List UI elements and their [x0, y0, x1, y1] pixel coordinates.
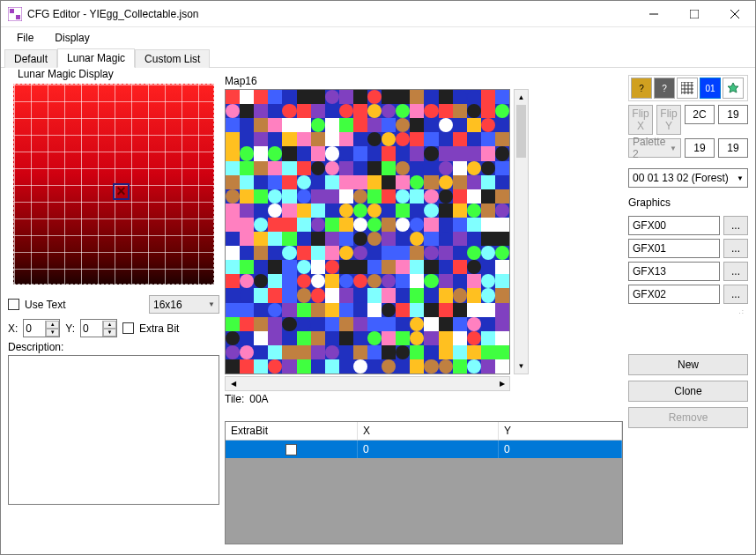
- scroll-up-icon[interactable]: ▲: [515, 90, 528, 105]
- svg-marker-7: [728, 83, 738, 92]
- map16-canvas[interactable]: [225, 89, 510, 374]
- row-x-cell[interactable]: 0: [358, 440, 499, 458]
- col-x[interactable]: X: [358, 422, 499, 440]
- spin-up-icon[interactable]: ▲: [103, 321, 116, 329]
- chevron-down-icon: ▼: [737, 174, 744, 182]
- gfx0-browse[interactable]: ...: [723, 216, 748, 235]
- grid-icon: [681, 82, 693, 94]
- menu-display[interactable]: Display: [46, 29, 98, 47]
- menu-file[interactable]: File: [8, 29, 42, 47]
- table-row[interactable]: 0 0: [226, 440, 622, 458]
- lm-display-group: Lunar Magic Display ×: [8, 75, 219, 290]
- extra-bit-checkbox[interactable]: [122, 322, 134, 334]
- y-stepper[interactable]: ▲▼: [80, 319, 117, 337]
- val-4[interactable]: 19: [718, 138, 748, 158]
- maximize-button[interactable]: [674, 1, 715, 26]
- tab-lunar-magic[interactable]: Lunar Magic: [57, 48, 135, 68]
- palette-combo[interactable]: Palette 2 ▼: [628, 138, 681, 158]
- lm-display-canvas[interactable]: ×: [13, 84, 214, 285]
- close-button[interactable]: [715, 1, 755, 26]
- flip-y-button[interactable]: Flip Y: [656, 105, 681, 135]
- window-title: CFG Editor - YIEgg_Collectable.json: [27, 8, 634, 20]
- val-3[interactable]: 19: [685, 138, 715, 158]
- extra-bit-label: Extra Bit: [139, 322, 179, 335]
- toolbtn-01[interactable]: 01: [700, 78, 721, 99]
- val-1[interactable]: 2C: [685, 105, 715, 124]
- x-label: X:: [8, 322, 18, 335]
- graphics-label: Graphics: [628, 196, 748, 209]
- tileset-value: 00 01 13 02 (Forest): [633, 172, 729, 184]
- menubar: File Display: [1, 27, 755, 48]
- toolbtn-star[interactable]: [723, 78, 744, 99]
- col-extrabit[interactable]: ExtraBit: [226, 422, 358, 440]
- star-icon: [727, 82, 739, 94]
- palette-value: Palette 2: [633, 136, 670, 160]
- chevron-down-icon: ▼: [208, 300, 215, 308]
- size-select[interactable]: 16x16 ▼: [149, 295, 219, 314]
- minimize-button[interactable]: [634, 1, 674, 26]
- tab-default[interactable]: Default: [4, 49, 57, 68]
- map16-scrollbar-h[interactable]: ◀ ▶: [225, 376, 510, 391]
- position-table: ExtraBit X Y 0 0: [225, 421, 623, 544]
- description-textarea[interactable]: [8, 355, 219, 505]
- scrollbar-thumb[interactable]: [516, 105, 526, 158]
- use-text-label: Use Text: [25, 299, 65, 311]
- tile-toolbar: ? ? 01: [628, 75, 748, 101]
- map16-scrollbar-v[interactable]: ▲ ▼: [514, 89, 529, 374]
- use-text-checkbox[interactable]: [8, 299, 19, 310]
- lm-display-label: Lunar Magic Display: [15, 68, 116, 80]
- svg-rect-1: [10, 9, 14, 13]
- gfx1-browse[interactable]: ...: [723, 239, 748, 258]
- description-label: Description:: [8, 341, 219, 353]
- chevron-down-icon: ▼: [670, 144, 677, 152]
- spin-down-icon[interactable]: ▼: [103, 329, 116, 337]
- new-button[interactable]: New: [628, 354, 748, 375]
- gfx0-input[interactable]: GFX00: [628, 216, 720, 235]
- gfx2-input[interactable]: GFX13: [628, 262, 720, 281]
- gfx1-input[interactable]: GFX01: [628, 239, 720, 258]
- scroll-right-icon[interactable]: ▶: [494, 377, 509, 390]
- toolbtn-grid[interactable]: [677, 78, 698, 99]
- toolbtn-1[interactable]: ?: [631, 78, 652, 99]
- scroll-left-icon[interactable]: ◀: [226, 377, 241, 390]
- tab-strip: Default Lunar Magic Custom List: [1, 48, 755, 68]
- val-2[interactable]: 19: [718, 105, 748, 124]
- flip-x-button[interactable]: Flip X: [628, 105, 653, 135]
- clone-button[interactable]: Clone: [628, 381, 748, 402]
- spin-up-icon[interactable]: ▲: [46, 321, 59, 329]
- tab-custom-list[interactable]: Custom List: [135, 49, 210, 68]
- gfx3-browse[interactable]: ...: [723, 285, 748, 304]
- gfx3-input[interactable]: GFX02: [628, 285, 720, 304]
- titlebar: CFG Editor - YIEgg_Collectable.json: [1, 1, 755, 27]
- tile-value: 00A: [249, 393, 268, 405]
- spin-down-icon[interactable]: ▼: [46, 329, 59, 337]
- x-input[interactable]: [24, 322, 45, 336]
- toolbtn-2[interactable]: ?: [654, 78, 675, 99]
- size-select-value: 16x16: [153, 299, 182, 311]
- tile-label: Tile:: [225, 393, 244, 405]
- svg-rect-2: [16, 15, 20, 19]
- lm-display-marker[interactable]: ×: [113, 183, 130, 200]
- gfx2-browse[interactable]: ...: [723, 262, 748, 281]
- scroll-down-icon[interactable]: ▼: [515, 359, 528, 374]
- remove-button[interactable]: Remove: [628, 407, 748, 428]
- x-stepper[interactable]: ▲▼: [23, 319, 60, 337]
- tileset-combo[interactable]: 00 01 13 02 (Forest) ▼: [628, 168, 748, 188]
- row-y-cell[interactable]: 0: [499, 440, 622, 458]
- row-extrabit-checkbox[interactable]: [285, 444, 297, 455]
- app-icon: [8, 7, 22, 21]
- svg-rect-4: [690, 10, 699, 18]
- resize-grip-icon[interactable]: .:: [739, 307, 748, 315]
- col-y[interactable]: Y: [499, 422, 622, 440]
- map16-label: Map16: [225, 75, 623, 87]
- y-label: Y:: [65, 322, 75, 335]
- y-input[interactable]: [81, 322, 102, 336]
